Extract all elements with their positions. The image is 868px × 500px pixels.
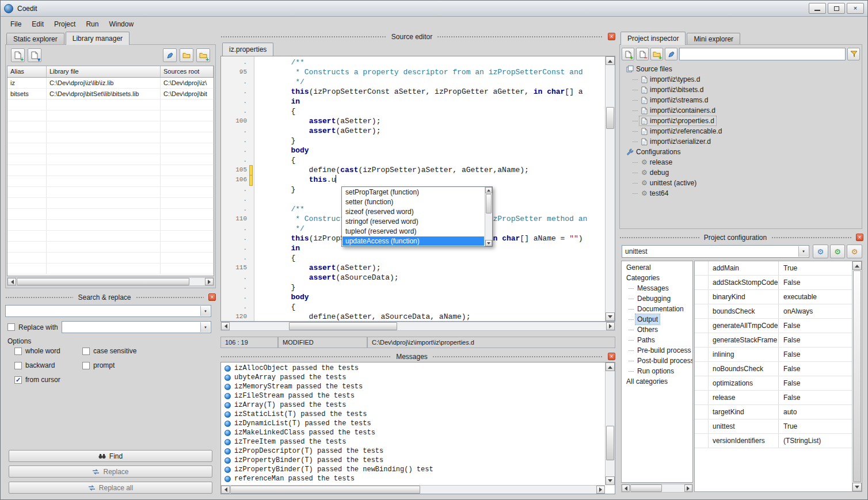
message-item[interactable]: izPropertyBinder(T) passed the tests <box>222 456 605 465</box>
message-item[interactable]: referenceMan passed the tests <box>222 474 605 483</box>
property-row-boundscheck[interactable]: boundsCheckonAlways <box>695 304 852 319</box>
grip-dots[interactable] <box>771 236 851 239</box>
scroll-left-arrow[interactable] <box>221 486 230 494</box>
option-whole-word[interactable]: whole word <box>14 347 82 355</box>
add-config-button[interactable]: ⚙ <box>813 245 828 258</box>
category-hscrollbar[interactable] <box>621 484 693 493</box>
code-line[interactable]: define(aSetter, aSourceData, aName); <box>255 312 605 321</box>
menu-run[interactable]: Run <box>81 18 104 30</box>
tree-item-unittest-active[interactable]: ⚙unittest (active) <box>622 178 859 188</box>
tree-item-import-iz-containers-d[interactable]: import\iz\containers.d <box>622 105 859 116</box>
tree-item-import-iz-referencable-d[interactable]: import\iz\referencable.d <box>622 126 859 136</box>
code-line[interactable]: this(izPropSetterConst aSetter, izPropGe… <box>255 87 605 97</box>
edit-source-button[interactable] <box>665 48 677 60</box>
code-line[interactable]: assert(aSetter); <box>255 263 605 273</box>
message-item[interactable]: izArray(T) passed the tests <box>222 400 605 410</box>
tree-item-debug[interactable]: ⚙debug <box>622 167 859 178</box>
code-line[interactable]: { <box>255 302 605 312</box>
code-line[interactable]: assert(aSourceData); <box>255 273 605 283</box>
scroll-down-arrow[interactable] <box>606 312 615 321</box>
grip-dots[interactable] <box>437 36 603 38</box>
option-case-sensitive[interactable]: case sensitive <box>82 347 187 355</box>
scroll-thumb[interactable] <box>17 278 189 285</box>
message-item[interactable]: ubyteArray passed the tests <box>222 373 605 382</box>
completion-item-stringof-reserved-word[interactable]: stringof (reserved word) <box>342 217 484 227</box>
category-run-options[interactable]: Run options <box>622 366 692 376</box>
completion-item-setproptarget-function[interactable]: setPropTarget (function) <box>342 188 484 197</box>
property-value[interactable]: False <box>779 376 852 390</box>
search-term-combobox[interactable]: ▼ <box>5 305 211 317</box>
completion-item-updateaccess-function[interactable]: updateAccess (function) <box>342 236 484 246</box>
editor-hscrollbar[interactable] <box>220 322 615 331</box>
scroll-up-arrow[interactable] <box>606 362 615 371</box>
category-messages[interactable]: Messages <box>622 283 692 293</box>
checkbox[interactable] <box>82 348 90 355</box>
clone-config-button[interactable]: ⚙ <box>830 245 846 258</box>
checkbox[interactable]: ✓ <box>14 376 22 384</box>
code-line[interactable]: } <box>255 283 605 292</box>
message-item[interactable]: izPropertyBinder(T) passed the newBindin… <box>222 465 605 474</box>
scroll-right-arrow[interactable] <box>606 322 615 330</box>
code-line[interactable]: { <box>255 155 605 165</box>
close-messages-button[interactable]: × <box>608 353 615 360</box>
messages-hscrollbar[interactable] <box>221 485 605 494</box>
code-line[interactable]: this.u <box>255 175 605 185</box>
scroll-right-arrow[interactable] <box>684 484 692 492</box>
menu-edit[interactable]: Edit <box>26 18 49 30</box>
menu-window[interactable]: Window <box>104 18 139 30</box>
grip-dots[interactable] <box>220 36 387 38</box>
property-value[interactable]: auto <box>779 405 852 419</box>
replace-term-combobox[interactable]: ▼ <box>62 321 211 333</box>
code-line[interactable]: */ <box>255 77 605 87</box>
messages-vscrollbar[interactable] <box>605 362 615 485</box>
code-line[interactable]: } <box>255 136 605 146</box>
property-value[interactable]: False <box>779 319 852 333</box>
close-source-editor-button[interactable]: × <box>608 33 615 40</box>
property-row-generatealltmpcode[interactable]: generateAllTmpCodeFalse <box>695 319 852 333</box>
scroll-down-arrow[interactable] <box>485 240 492 246</box>
tree-item-import-iz-properties-d[interactable]: import\iz\properties.d <box>622 116 859 126</box>
category-documentation[interactable]: Documentation <box>622 304 692 314</box>
minimize-button[interactable] <box>809 3 826 14</box>
add-library-from-folder-button[interactable]: + <box>196 48 210 62</box>
message-item[interactable]: izAllocObject passed the tests <box>222 364 605 373</box>
scroll-thumb[interactable] <box>606 426 614 460</box>
library-hscrollbar[interactable] <box>7 277 214 286</box>
category-pre-build-process[interactable]: Pre-build process <box>622 345 692 356</box>
message-item[interactable]: izDynamicList(T) passed the tests <box>222 419 605 428</box>
code-line[interactable]: define(cast(izPropSetter)aSetter, aGette… <box>255 165 605 175</box>
checkbox[interactable] <box>14 348 22 355</box>
library-row-bitsets[interactable]: bitsetsC:\Dev\dproj\bitSet\lib\bitsets.l… <box>7 89 214 100</box>
open-library-folder-button[interactable] <box>180 48 193 62</box>
close-project-config-button[interactable]: × <box>856 234 863 241</box>
library-row-iz[interactable]: izC:\Dev\dproj\iz\lib\iz.libC:\Dev\dproj… <box>7 78 214 89</box>
property-row-release[interactable]: releaseFalse <box>695 391 852 405</box>
option-from-cursor[interactable]: ✓from cursor <box>14 376 82 384</box>
scroll-left-arrow[interactable] <box>622 484 630 492</box>
replace-all-button[interactable]: Replace all <box>9 482 212 494</box>
option-backward[interactable]: backward <box>14 361 82 369</box>
property-row-addstackstompcode[interactable]: addStackStompCodeFalse <box>695 276 852 290</box>
code-line[interactable]: in <box>255 97 605 106</box>
add-source-button[interactable]: + <box>622 48 634 60</box>
tab-iz-properties[interactable]: iz.properties <box>222 43 273 56</box>
code-line[interactable]: * Constructs a property descriptor from … <box>255 67 605 77</box>
property-row-unittest[interactable]: unittestTrue <box>695 419 852 434</box>
category-categories[interactable]: Categories <box>622 273 692 283</box>
message-item[interactable]: izMemoryStream passed the tests <box>222 382 605 391</box>
category-paths[interactable]: Paths <box>622 335 692 345</box>
scroll-down-arrow[interactable] <box>852 483 862 491</box>
replace-button[interactable]: Replace <box>9 465 212 478</box>
category-general[interactable]: General <box>622 262 692 273</box>
code-line[interactable]: body <box>255 292 605 302</box>
remove-config-button[interactable]: ⚙ <box>847 245 862 258</box>
tree-item-source-files[interactable]: Source files <box>622 64 859 74</box>
grip-dots[interactable] <box>432 356 603 358</box>
property-value[interactable]: False <box>779 333 852 347</box>
property-value[interactable]: executable <box>779 290 852 304</box>
grip-dots[interactable] <box>220 356 391 358</box>
category-debugging[interactable]: Debugging <box>622 293 692 304</box>
menu-file[interactable]: File <box>5 18 26 30</box>
tree-item-import-iz-types-d[interactable]: import\iz\types.d <box>622 74 859 85</box>
property-grid-vscrollbar[interactable] <box>852 261 862 491</box>
